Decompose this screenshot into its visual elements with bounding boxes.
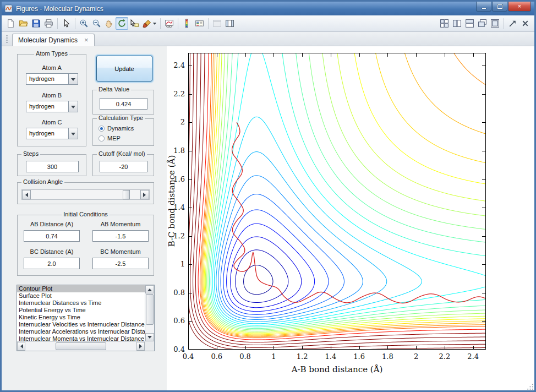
maximize-icon[interactable] <box>492 2 507 12</box>
plot-type-option[interactable]: Contour Plot <box>17 285 145 292</box>
x-tick-label: 1.4 <box>320 352 342 361</box>
data-cursor-icon[interactable] <box>128 17 141 30</box>
y-axis-label: B-C bond distance (Å) <box>167 118 177 284</box>
single-window-icon[interactable] <box>489 17 501 30</box>
resize-grip[interactable] <box>527 383 534 390</box>
slider-left-arrow-icon[interactable] <box>22 190 31 199</box>
bc-distance-label: BC Distance (A) <box>24 248 80 255</box>
collision-angle-group: Collision Angle <box>17 182 154 204</box>
pan-icon[interactable] <box>103 17 116 30</box>
insert-colorbar-icon[interactable] <box>181 17 193 30</box>
rotate-3d-icon[interactable] <box>116 17 128 30</box>
atom-a-dropdown[interactable]: hydrogen <box>26 73 78 85</box>
y-tick-label: 0.4 <box>164 345 185 353</box>
update-button[interactable]: Update <box>96 56 152 81</box>
slider-thumb[interactable] <box>123 190 130 199</box>
plot-type-option[interactable]: Internuclear Velocities vs Internuclear … <box>17 321 145 328</box>
scroll-up-icon[interactable] <box>145 285 154 293</box>
figure-toolbar <box>2 15 534 32</box>
cutoff-field[interactable] <box>100 161 147 172</box>
plot-type-option[interactable]: Internuclear Momenta vs Internuclear Dis… <box>17 335 145 341</box>
brush-dropdown-icon[interactable] <box>151 17 158 30</box>
scroll-left-icon[interactable] <box>17 342 25 351</box>
tab-label: Molecular Dynamics <box>18 36 78 44</box>
radio-mep[interactable]: MEP <box>99 134 121 142</box>
close-icon[interactable]: × <box>508 2 531 12</box>
vertical-scrollbar[interactable] <box>145 285 154 341</box>
matlab-figure-app-icon <box>4 4 13 13</box>
plot-type-option[interactable]: Potential Energy vs Time <box>17 307 145 314</box>
cursor-icon[interactable] <box>60 17 73 30</box>
ab-distance-label: AB Distance (A) <box>24 221 80 227</box>
x-tick-label: 1.8 <box>376 352 398 361</box>
scroll-down-icon[interactable] <box>145 333 154 341</box>
titlebar[interactable]: Figures - Molecular Dynamics × <box>2 2 534 15</box>
atom-c-dropdown[interactable]: hydrogen <box>26 128 78 139</box>
radio-dynamics[interactable]: Dynamics <box>99 124 134 132</box>
bc-distance-field[interactable] <box>24 258 80 269</box>
plot-type-option[interactable]: Surface Plot <box>17 292 145 300</box>
atom-types-group: Atom Types Atom A hydrogen Atom B hydrog… <box>17 54 86 146</box>
tile-windows-icon[interactable] <box>438 17 451 30</box>
y-tick-label: 2.4 <box>164 61 185 69</box>
tab-molecular-dynamics[interactable]: Molecular Dynamics × <box>12 34 95 46</box>
new-figure-icon[interactable] <box>4 17 17 30</box>
control-panel: Atom Types Atom A hydrogen Atom B hydrog… <box>2 46 167 390</box>
bc-momentum-field[interactable] <box>92 258 149 269</box>
split-columns-icon[interactable] <box>451 17 463 30</box>
minimize-icon[interactable] <box>476 2 491 12</box>
undock-icon[interactable] <box>506 17 519 30</box>
chevron-down-icon <box>68 74 78 84</box>
open-file-icon[interactable] <box>17 17 30 30</box>
slider-track[interactable] <box>31 190 140 199</box>
x-tick-label: 1.6 <box>348 352 370 361</box>
scroll-right-icon[interactable] <box>136 342 145 351</box>
group-title: Atom Types <box>34 50 69 57</box>
dropdown-value: hydrogen <box>26 101 68 112</box>
atom-b-dropdown[interactable]: hydrogen <box>26 101 78 112</box>
atom-c-label: Atom C <box>18 119 86 126</box>
ab-distance-field[interactable] <box>24 230 80 242</box>
hide-plot-tools-icon[interactable] <box>211 17 223 30</box>
plot-type-option[interactable]: Internuclear Distances vs Time <box>17 300 145 307</box>
float-windows-icon[interactable] <box>476 17 489 30</box>
horizontal-scrollbar[interactable] <box>17 341 145 351</box>
toolbar-separator <box>75 18 75 29</box>
window-title: Figures - Molecular Dynamics <box>16 5 103 13</box>
plot-type-option[interactable]: Internuclear Accelerations vs Internucle… <box>17 328 145 335</box>
collision-angle-slider[interactable] <box>21 189 150 200</box>
bc-momentum-label: BC Momentum <box>92 248 149 255</box>
show-plot-tools-icon[interactable] <box>223 17 236 30</box>
steps-field[interactable] <box>26 161 79 172</box>
zoom-in-icon[interactable] <box>78 17 90 30</box>
insert-legend-icon[interactable] <box>193 17 206 30</box>
figures-window: Figures - Molecular Dynamics × Molecular… <box>0 0 536 392</box>
y-tick-label: 2.2 <box>164 90 185 98</box>
ab-momentum-field[interactable] <box>92 230 149 242</box>
link-plots-icon[interactable] <box>163 17 176 30</box>
tab-close-icon[interactable]: × <box>84 36 89 43</box>
x-tick-label: 2 <box>405 352 427 361</box>
zoom-out-icon[interactable] <box>90 17 103 30</box>
y-tick-label: 0.8 <box>164 288 185 297</box>
group-title: Calculation Type <box>97 115 145 122</box>
save-figure-icon[interactable] <box>30 17 42 30</box>
toolbar-separator <box>504 18 504 29</box>
contour-plot-canvas[interactable] <box>188 53 486 350</box>
delta-value-field[interactable] <box>100 98 147 110</box>
radio-button-icon[interactable] <box>99 135 105 141</box>
toolbar-separator <box>57 18 58 29</box>
radio-button-icon[interactable] <box>99 126 105 132</box>
print-figure-icon[interactable] <box>42 17 55 30</box>
plot-type-listbox[interactable]: Contour PlotSurface PlotInternuclear Dis… <box>17 285 155 351</box>
x-axis-label: A-B bond distance (Å) <box>188 364 486 374</box>
atom-b-label: Atom B <box>18 92 86 99</box>
close-x-icon[interactable] <box>519 17 532 30</box>
scrollbar-corner <box>145 341 154 351</box>
hscroll-thumb[interactable] <box>56 342 106 350</box>
plot-type-option[interactable]: Kinetic Energy vs Time <box>17 314 145 321</box>
slider-right-arrow-icon[interactable] <box>140 190 149 199</box>
vscroll-thumb[interactable] <box>146 294 154 325</box>
group-title: Cutoff (Kcal/ mol) <box>97 150 147 157</box>
split-rows-icon[interactable] <box>463 17 476 30</box>
